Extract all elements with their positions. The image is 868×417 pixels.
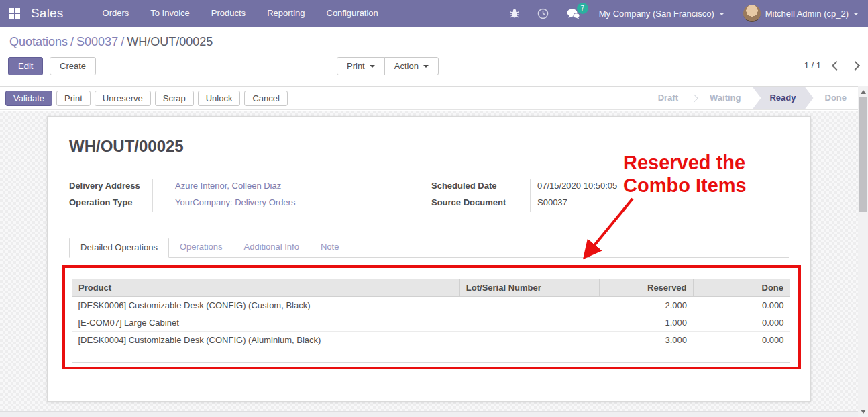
top-navbar: Sales Orders To Invoice Products Reporti… [0,0,868,27]
cell-done: 0.000 [693,314,790,332]
annotation-highlight-box: Product Lot/Serial Number Reserved Done … [62,265,801,369]
table-empty-space[interactable] [72,349,790,363]
chevron-right-icon [690,94,698,103]
breadcrumb: Quotations/S00037/WH/OUT/00025 [0,27,868,49]
scrollbar-thumb[interactable] [859,97,867,212]
cell-done: 0.000 [693,297,790,314]
user-name: Mitchell Admin (cp_2) [765,9,849,19]
cell-reserved: 2.000 [600,297,693,314]
menu-configuration[interactable]: Configuration [316,0,389,27]
systray: 7 My Company (San Francisco) Mitchell Ad… [500,5,868,22]
document-sheet: WH/OUT/00025 Delivery Address Azure Inte… [47,116,811,402]
tab-operations[interactable]: Operations [169,238,233,257]
status-step-ready[interactable]: Ready [752,87,813,109]
cell-product: [E-COM07] Large Cabinet [72,314,460,332]
table-row[interactable]: [DESK0006] Customizable Desk (CONFIG) (C… [72,297,790,314]
action-dropdown-label: Action [394,61,419,71]
messages-chat-icon[interactable]: 7 [557,8,590,19]
chevron-down-icon [853,13,859,15]
detailed-operations-table: Product Lot/Serial Number Reserved Done … [72,279,790,349]
avatar [743,5,761,22]
user-menu[interactable]: Mitchell Admin (cp_2) [734,5,868,22]
vertical-scrollbar[interactable] [858,86,868,417]
field-label: Delivery Address [69,179,152,191]
notebook-tabs: Detailed Operations Operations Additiona… [69,238,789,258]
scheduled-date-value: 07/15/2020 10:50:05 [530,179,789,195]
breadcrumb-current: WH/OUT/00025 [127,35,213,48]
status-step-waiting[interactable]: Waiting [698,87,752,109]
form-view-area: WH/OUT/00025 Delivery Address Azure Inte… [0,111,858,417]
status-pipeline: Draft Waiting Ready Done [647,87,858,109]
create-button[interactable]: Create [50,57,96,75]
chevron-down-icon [370,65,375,68]
scroll-down-icon[interactable] [858,406,868,416]
field-label: Scheduled Date [431,179,530,191]
column-product[interactable]: Product [72,279,460,297]
column-reserved[interactable]: Reserved [600,279,693,297]
control-panel-buttons: Edit Create Print Action 1 / 1 [0,57,868,77]
operation-type-link[interactable]: YourCompany: Delivery Orders [175,197,295,207]
menu-to-invoice[interactable]: To Invoice [140,0,201,27]
table-row[interactable]: [E-COM07] Large Cabinet 1.000 0.000 [72,314,790,332]
field-scheduled-date: Scheduled Date 07/15/2020 10:50:05 [431,179,789,195]
unreserve-button[interactable]: Unreserve [95,91,151,106]
scrap-button[interactable]: Scrap [155,91,194,106]
action-dropdown-button[interactable]: Action [384,57,439,75]
tab-detailed-operations[interactable]: Detailed Operations [69,238,169,258]
print-button[interactable]: Print [56,91,91,106]
breadcrumb-separator: / [68,35,76,48]
print-action-group: Print Action [337,57,439,75]
menu-orders[interactable]: Orders [92,0,140,27]
tab-additional-info[interactable]: Additional Info [233,238,310,257]
column-lot-serial[interactable]: Lot/Serial Number [459,279,600,297]
apps-menu-icon[interactable] [0,0,30,27]
field-operation-type: Operation Type YourCompany: Delivery Ord… [69,195,431,212]
menu-products[interactable]: Products [201,0,256,27]
message-count-badge: 7 [577,3,588,14]
breadcrumb-quotations[interactable]: Quotations [9,35,68,48]
app-brand[interactable]: Sales [31,6,64,21]
document-title: WH/OUT/00025 [69,137,789,156]
odoo-app-window: Sales Orders To Invoice Products Reporti… [0,0,868,417]
table-row[interactable]: [DESK0004] Customizable Desk (CONFIG) (A… [72,332,790,349]
column-done[interactable]: Done [693,279,790,297]
cell-lot [459,332,600,349]
tab-note[interactable]: Note [310,238,349,257]
cell-lot [459,314,600,332]
validate-button[interactable]: Validate [5,91,52,106]
cell-reserved: 3.000 [600,332,693,349]
control-panel: Quotations/S00037/WH/OUT/00025 Edit Crea… [0,27,868,86]
print-dropdown-button[interactable]: Print [337,57,385,75]
pager-value[interactable]: 1 / 1 [804,60,821,71]
breadcrumb-separator: / [118,35,127,48]
pager-next-icon[interactable] [851,60,860,70]
cancel-button[interactable]: Cancel [244,91,287,106]
print-dropdown-label: Print [347,61,365,71]
chevron-down-icon [719,13,724,15]
main-menu-bar: Orders To Invoice Products Reporting Con… [92,0,389,27]
edit-button[interactable]: Edit [8,57,43,75]
debug-bug-icon[interactable] [500,8,529,19]
scroll-up-icon[interactable] [858,87,868,97]
cell-reserved: 1.000 [600,314,693,332]
company-name: My Company (San Francisco) [599,9,714,19]
breadcrumb-s00037[interactable]: S00037 [76,35,118,48]
status-step-done[interactable]: Done [814,87,859,109]
pager-previous-icon[interactable] [832,60,841,70]
activities-clock-icon[interactable] [529,8,557,19]
cell-product: [DESK0004] Customizable Desk (CONFIG) (A… [72,332,460,349]
delivery-address-link[interactable]: Azure Interior, Colleen Diaz [175,181,281,191]
field-grid: Delivery Address Azure Interior, Colleen… [69,179,789,212]
menu-reporting[interactable]: Reporting [256,0,315,27]
source-document-value: S00037 [530,195,789,212]
chevron-down-icon [423,65,429,68]
unlock-button[interactable]: Unlock [198,91,241,106]
field-label: Source Document [431,195,530,207]
field-source-document: Source Document S00037 [431,195,789,212]
form-statusbar: Validate Print Unreserve Scrap Unlock Ca… [0,86,858,110]
cell-lot [459,297,600,314]
pager: 1 / 1 [804,60,859,71]
cell-done: 0.000 [693,332,790,349]
company-switcher[interactable]: My Company (San Francisco) [590,9,734,19]
status-step-draft[interactable]: Draft [647,87,690,109]
